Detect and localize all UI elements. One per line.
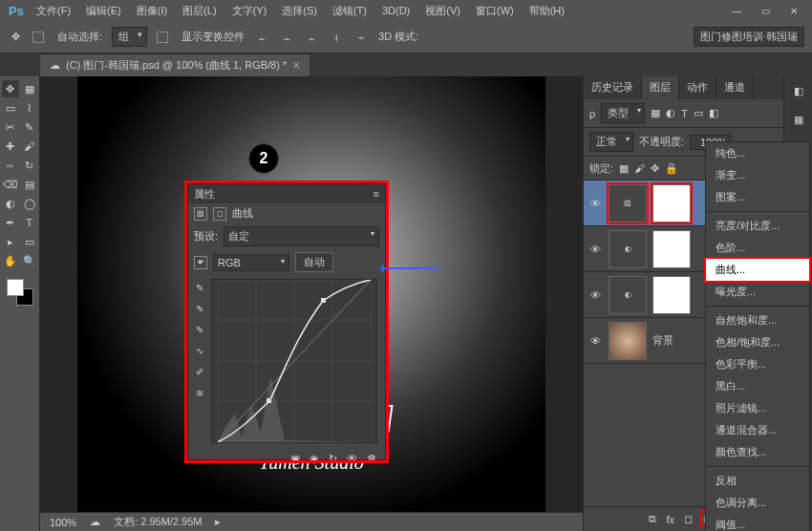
view-previous-icon[interactable]: ◉ bbox=[310, 453, 319, 465]
add-mask-icon[interactable]: ◻ bbox=[684, 513, 693, 525]
window-restore-icon[interactable]: ▭ bbox=[751, 1, 780, 20]
crop-tool[interactable]: ✂ bbox=[2, 118, 19, 136]
distribute-v-icon[interactable]: ⫟ bbox=[353, 30, 369, 45]
align-left-icon[interactable]: ⫠ bbox=[254, 30, 269, 45]
zoom-tool[interactable]: 🔍 bbox=[21, 252, 38, 269]
filter-adjust-icon[interactable]: ◐ bbox=[666, 107, 675, 119]
menu-item-color-lookup[interactable]: 颜色查找... bbox=[706, 441, 809, 463]
tab-channels[interactable]: 通道 bbox=[716, 76, 754, 99]
canvas[interactable]: TUMENSTUDIO Tumen Studio 属性 ≡ ▨ ◻ 曲线 预设:… bbox=[40, 76, 583, 531]
auto-button[interactable]: 自动 bbox=[295, 252, 333, 272]
blend-mode-dropdown[interactable]: 正常 bbox=[589, 132, 633, 152]
lock-position-icon[interactable]: ✥ bbox=[651, 162, 659, 175]
layer-mask-thumb[interactable] bbox=[652, 276, 691, 314]
blur-tool[interactable]: ◐ bbox=[2, 195, 19, 212]
brush-tool[interactable]: 🖌 bbox=[21, 138, 38, 155]
healing-tool[interactable]: ✚ bbox=[2, 138, 19, 155]
curves-graph[interactable] bbox=[211, 279, 377, 443]
close-tab-icon[interactable]: ✕ bbox=[292, 60, 300, 71]
menu-item-black-white[interactable]: 黑白... bbox=[706, 375, 809, 397]
layer-filter-dropdown[interactable]: 类型 bbox=[601, 103, 645, 123]
type-tool[interactable]: T bbox=[21, 214, 38, 231]
menu-select[interactable]: 选择(S) bbox=[274, 0, 325, 21]
layer-mask-thumb[interactable] bbox=[652, 230, 691, 268]
layer-mask-thumb[interactable] bbox=[652, 184, 691, 223]
visibility-toggle-icon[interactable]: 👁 bbox=[588, 289, 603, 301]
history-brush-tool[interactable]: ↻ bbox=[21, 157, 38, 174]
visibility-toggle-icon[interactable]: 👁 bbox=[588, 244, 603, 255]
menu-item-vibrance[interactable]: 自然饱和度... bbox=[706, 309, 809, 331]
edit-points-icon[interactable]: ∿ bbox=[193, 344, 206, 357]
layer-thumb[interactable] bbox=[609, 322, 647, 360]
menu-item-photo-filter[interactable]: 照片滤镜... bbox=[706, 397, 809, 419]
sample-black-icon[interactable]: ✎ bbox=[193, 323, 206, 336]
menu-window[interactable]: 窗口(W) bbox=[468, 0, 522, 21]
tab-layers[interactable]: 图层 bbox=[642, 76, 679, 99]
properties-menu-icon[interactable]: ≡ bbox=[374, 188, 379, 200]
workspace-dropdown[interactable]: 图门修图培训·韩国瑞 bbox=[694, 27, 804, 47]
move-tool[interactable]: ✥ bbox=[2, 80, 19, 97]
preset-dropdown[interactable]: 自定 bbox=[224, 226, 379, 246]
swatches-panel-icon[interactable]: ▦ bbox=[790, 111, 807, 128]
lock-pixels-icon[interactable]: 🖌 bbox=[634, 162, 645, 174]
layer-fx-icon[interactable]: fx bbox=[666, 514, 674, 525]
toggle-visibility-icon[interactable]: 👁 bbox=[347, 453, 357, 464]
tab-actions[interactable]: 动作 bbox=[679, 76, 716, 99]
shape-tool[interactable]: ▭ bbox=[21, 233, 38, 250]
menu-file[interactable]: 文件(F) bbox=[29, 0, 78, 21]
tab-history[interactable]: 历史记录 bbox=[584, 76, 642, 99]
adjustment-thumb[interactable]: ◐ bbox=[609, 276, 647, 314]
menu-type[interactable]: 文字(Y) bbox=[224, 0, 275, 21]
menu-item-levels[interactable]: 色阶... bbox=[706, 237, 809, 259]
menu-3d[interactable]: 3D(D) bbox=[374, 0, 417, 21]
lock-all-icon[interactable]: 🔒 bbox=[665, 162, 678, 175]
menu-item-posterize[interactable]: 色调分离... bbox=[706, 492, 809, 514]
clip-to-layer-icon[interactable]: ▣ bbox=[290, 453, 300, 465]
menu-item-brightness[interactable]: 亮度/对比度... bbox=[706, 215, 809, 237]
draw-curve-icon[interactable]: ✐ bbox=[193, 365, 206, 378]
sample-white-icon[interactable]: ✎ bbox=[193, 281, 206, 294]
menu-item-curves[interactable]: 曲线... bbox=[706, 259, 809, 281]
menu-image[interactable]: 图像(I) bbox=[129, 0, 175, 21]
visibility-toggle-icon[interactable]: 👁 bbox=[588, 198, 603, 209]
filter-type-icon[interactable]: T bbox=[681, 108, 688, 119]
doc-size[interactable]: 文档: 2.95M/2.95M bbox=[114, 515, 202, 529]
mask-icon[interactable]: ◻ bbox=[213, 207, 226, 221]
lasso-tool[interactable]: ⌇ bbox=[21, 99, 38, 117]
auto-select-checkbox[interactable] bbox=[32, 32, 44, 43]
filter-shape-icon[interactable]: ▭ bbox=[694, 107, 703, 119]
adjustment-thumb[interactable]: ◐ bbox=[609, 230, 647, 268]
window-minimize-icon[interactable]: — bbox=[722, 1, 751, 20]
color-panel-icon[interactable]: ◧ bbox=[790, 82, 807, 99]
eyedropper-tool[interactable]: ✎ bbox=[21, 118, 38, 136]
menu-item-pattern[interactable]: 图案... bbox=[706, 186, 809, 208]
visibility-toggle-icon[interactable]: 👁 bbox=[588, 335, 603, 347]
reset-icon[interactable]: ↻ bbox=[329, 453, 337, 465]
link-layers-icon[interactable]: ⧉ bbox=[649, 513, 656, 525]
hand-point-icon[interactable]: ☛ bbox=[194, 256, 207, 269]
menu-item-threshold[interactable]: 阈值... bbox=[706, 514, 809, 531]
window-close-icon[interactable]: ✕ bbox=[780, 1, 808, 20]
menu-item-solid-color[interactable]: 纯色... bbox=[706, 142, 809, 164]
gradient-tool[interactable]: ▤ bbox=[21, 176, 38, 193]
move-tool-icon[interactable]: ✥ bbox=[8, 30, 23, 45]
dodge-tool[interactable]: ◯ bbox=[21, 195, 38, 212]
filter-pixel-icon[interactable]: ▦ bbox=[651, 107, 660, 119]
align-right-icon[interactable]: ⫠ bbox=[304, 30, 319, 45]
path-select-tool[interactable]: ▸ bbox=[2, 233, 19, 250]
delete-adjustment-icon[interactable]: 🗑 bbox=[367, 453, 377, 464]
channel-dropdown[interactable]: RGB bbox=[213, 254, 289, 271]
menu-item-hue-sat[interactable]: 色相/饱和度... bbox=[706, 331, 809, 353]
menu-help[interactable]: 帮助(H) bbox=[522, 0, 572, 21]
auto-select-dropdown[interactable]: 组 bbox=[112, 27, 147, 47]
artboard-tool[interactable]: ▦ bbox=[21, 80, 38, 97]
menu-item-color-balance[interactable]: 色彩平衡... bbox=[706, 353, 809, 375]
show-transform-checkbox[interactable] bbox=[157, 32, 168, 43]
pen-tool[interactable]: ✒ bbox=[2, 214, 19, 231]
menu-edit[interactable]: 编辑(E) bbox=[78, 0, 129, 21]
stamp-tool[interactable]: ⎃ bbox=[2, 157, 19, 174]
smooth-curve-icon[interactable]: ≋ bbox=[193, 386, 206, 399]
menu-item-invert[interactable]: 反相 bbox=[706, 470, 809, 492]
eraser-tool[interactable]: ⌫ bbox=[2, 176, 19, 193]
distribute-h-icon[interactable]: ⫞ bbox=[329, 30, 344, 45]
